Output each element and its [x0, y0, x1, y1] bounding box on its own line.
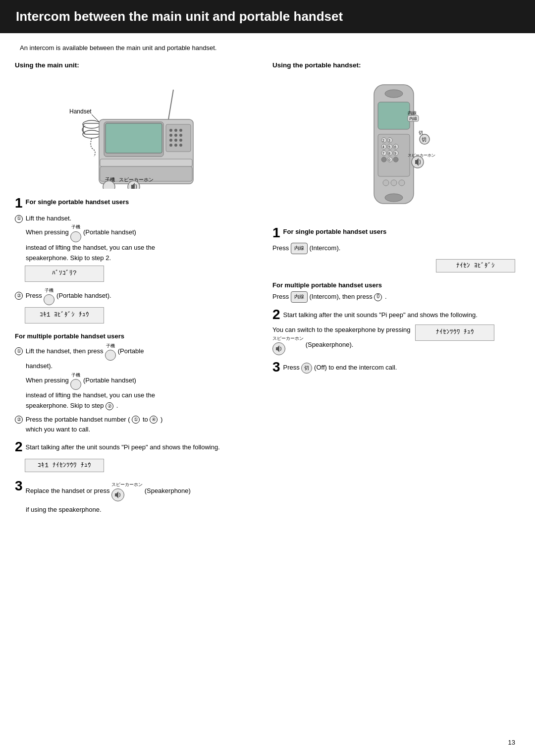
step2-number-right: 2 — [272, 308, 280, 322]
svg-text:3: 3 — [388, 139, 390, 142]
svg-point-65 — [391, 180, 397, 186]
svg-marker-29 — [115, 491, 118, 498]
svg-point-11 — [174, 129, 177, 132]
step1-single-right-label: For single portable handset users — [283, 228, 387, 235]
child-btn-4: 子機 — [70, 372, 81, 390]
left-multi-content: ① Lift the handset, then press 子機 (Porta… — [15, 342, 258, 435]
svg-point-17 — [174, 139, 177, 142]
speaker-btn-right: スピーカーホン — [272, 335, 304, 355]
svg-point-2 — [83, 120, 101, 128]
svg-text:スピーカーホン: スピーカーホン — [408, 153, 435, 158]
step1-single-label: For single portable handset users — [26, 198, 129, 206]
svg-point-59 — [393, 157, 398, 162]
svg-point-19 — [169, 144, 172, 147]
svg-text:内線: 内線 — [409, 116, 417, 121]
lcd-display-right-2: ﾅｲｾﾝﾂｳﾜ ﾁｭｳ — [415, 324, 494, 341]
right-multi-content: Press 内線 (Intercom), then press 0 . — [272, 291, 515, 303]
svg-text:Handset: Handset — [69, 108, 92, 115]
left-section-title: Using the main unit: — [15, 61, 258, 69]
lcd-display-right-1: ﾅｲｾﾝ ﾖﾋﾞﾀﾞｼ — [436, 259, 515, 272]
step3-number-right: 3 — [272, 360, 280, 374]
right-column: Using the portable handset: 内線 内線 切 — [272, 61, 515, 522]
page-number: 13 — [508, 739, 515, 746]
right-step1-header: 1 For single portable handset users — [272, 228, 515, 240]
speaker-btn-left: スピーカーホン — [111, 481, 143, 501]
svg-text:切: 切 — [422, 137, 427, 142]
svg-text:9: 9 — [394, 152, 396, 155]
svg-point-63 — [385, 194, 403, 202]
step1-number-right: 1 — [272, 226, 280, 240]
svg-point-13 — [169, 134, 172, 137]
left-step3-header: 3 Replace the handset or press スピーカーホン — [15, 481, 258, 501]
left-column: Using the main unit: Handset — [15, 61, 258, 522]
lcd-display-3: ｺｷ1 ﾅｲｾﾝﾂｳﾜ ﾁｭｳ — [25, 459, 104, 472]
svg-point-18 — [179, 139, 182, 142]
portable-handset-image: 内線 内線 切 切 2 3 4 5 — [272, 75, 515, 220]
svg-text:6: 6 — [394, 145, 396, 149]
right-step2: 2 Start talking after the unit sounds "P… — [272, 310, 515, 355]
svg-point-66 — [399, 180, 405, 186]
svg-text:0: 0 — [388, 158, 390, 162]
right-step1-content: Press 内線 (Intercom). — [272, 243, 515, 254]
left-step2: 2 Start talking after the unit sounds "P… — [15, 442, 258, 474]
step2-number-left: 2 — [15, 440, 23, 454]
naisen-btn-2: 内線 — [291, 291, 308, 303]
svg-text:5: 5 — [388, 145, 390, 149]
page: Intercom between the main unit and porta… — [0, 0, 535, 756]
svg-point-21 — [179, 144, 182, 147]
step3-number-left: 3 — [15, 479, 23, 493]
step1-number: 1 — [15, 196, 23, 210]
child-btn-1: 子機 — [70, 223, 81, 242]
right-step3: 3 Press 切 (Off) to end the intercom call… — [272, 362, 515, 374]
svg-text:4: 4 — [382, 145, 384, 149]
left-step1-header: 1 For single portable handset users — [15, 198, 258, 210]
page-title: Intercom between the main unit and porta… — [16, 9, 343, 24]
svg-point-10 — [169, 129, 172, 132]
svg-marker-67 — [276, 345, 279, 352]
svg-point-14 — [174, 134, 177, 137]
right-multi-label: For multiple portable handset users — [272, 281, 515, 289]
naisen-btn-1: 内線 — [291, 243, 308, 254]
left-multi-label: For multiple portable handset users — [15, 332, 258, 340]
lcd-display-2: ｺｷ1 ﾖﾋﾞﾀﾞｼ ﾁｭｳ — [25, 307, 104, 324]
svg-text:2: 2 — [382, 139, 384, 142]
left-step1: 1 For single portable handset users ① Li… — [15, 198, 258, 325]
svg-text:内線: 内線 — [408, 110, 417, 115]
left-step2-header: 2 Start talking after the unit sounds "P… — [15, 442, 258, 454]
right-step2-header: 2 Start talking after the unit sounds "P… — [272, 310, 515, 322]
svg-point-15 — [179, 134, 182, 137]
step1-single-content: ① Lift the handset. When pressing 子機 (Po… — [15, 213, 258, 325]
svg-point-64 — [383, 180, 389, 186]
svg-point-56 — [381, 157, 386, 162]
svg-point-31 — [385, 90, 403, 98]
svg-rect-22 — [100, 159, 192, 166]
svg-rect-3 — [83, 123, 100, 134]
lcd-display-1: ﾊﾞｿｺﾞﾘ? — [25, 266, 104, 282]
cut-btn: 切 — [301, 363, 312, 374]
main-content: Using the main unit: Handset — [0, 61, 535, 522]
fax-machine-image: Handset — [15, 75, 258, 190]
svg-text:7: 7 — [382, 152, 384, 155]
right-section-title: Using the portable handset: — [272, 61, 515, 69]
svg-line-6 — [168, 90, 173, 119]
left-step1-multi: For multiple portable handset users ① Li… — [15, 332, 258, 435]
svg-point-12 — [179, 129, 182, 132]
child-btn-2: 子機 — [44, 287, 54, 305]
svg-text:8: 8 — [388, 152, 390, 155]
svg-point-16 — [169, 139, 172, 142]
right-step1-multi: For multiple portable handset users Pres… — [272, 281, 515, 303]
child-btn-3: 子機 — [105, 342, 116, 361]
right-step1: 1 For single portable handset users Pres… — [272, 228, 515, 274]
svg-rect-32 — [378, 102, 410, 129]
left-step3: 3 Replace the handset or press スピーカーホン — [15, 481, 258, 515]
svg-rect-9 — [166, 124, 191, 152]
header-banner: Intercom between the main unit and porta… — [0, 0, 535, 33]
svg-rect-8 — [106, 123, 162, 153]
right-step3-header: 3 Press 切 (Off) to end the intercom call… — [272, 362, 515, 374]
intro-text: An intercom is available between the mai… — [0, 44, 535, 52]
svg-point-20 — [174, 144, 177, 147]
